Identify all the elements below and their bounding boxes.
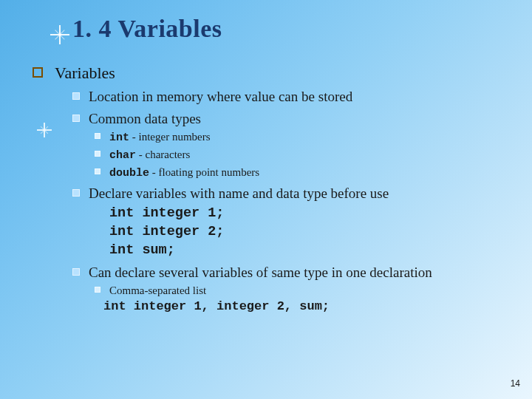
- list-item: Comma-separated list: [95, 283, 510, 299]
- code-line: int integer 1, integer 2, sum;: [103, 299, 510, 316]
- code-line: int integer 2;: [109, 223, 510, 242]
- code-desc: - floating point numbers: [149, 166, 259, 178]
- sub-bullet-text: Comma-separated list: [109, 284, 206, 296]
- square-bullet-icon: [95, 287, 100, 293]
- code-desc: - characters: [136, 149, 190, 160]
- section-heading-text: Variables: [55, 64, 115, 82]
- list-item: char - characters: [95, 147, 510, 163]
- code-block: int integer 1, integer 2, sum;: [103, 299, 510, 316]
- code-line: int sum;: [109, 242, 510, 260]
- list-item: double - floating point numbers: [95, 165, 510, 181]
- hollow-square-bullet-icon: [33, 67, 43, 78]
- code-line: int integer 1;: [109, 205, 510, 223]
- square-bullet-icon: [72, 189, 80, 197]
- bullet-text: Common data types: [89, 111, 201, 126]
- code-keyword: char: [109, 149, 136, 162]
- square-bullet-icon: [95, 168, 100, 174]
- code-keyword: int: [109, 132, 129, 144]
- square-bullet-icon: [95, 151, 100, 157]
- slide-content: 1. 4 Variables Variables Location in mem…: [0, 0, 532, 399]
- page-number: 14: [511, 378, 520, 389]
- code-desc: - integer numbers: [129, 131, 211, 143]
- code-keyword: double: [109, 167, 149, 180]
- slide-title: 1. 4 Variables: [72, 15, 510, 43]
- bullet-list-level2: int - integer numbers char - characters …: [95, 129, 510, 181]
- bullet-list-level2: Comma-separated list: [95, 283, 510, 299]
- list-item: Can declare several variables of same ty…: [72, 263, 510, 316]
- list-item: Declare variables with name and data typ…: [72, 184, 510, 260]
- bullet-text: Can declare several variables of same ty…: [89, 265, 432, 280]
- bullet-text: Location in memory where value can be st…: [89, 89, 352, 104]
- bullet-list-level1: Location in memory where value can be st…: [72, 87, 510, 316]
- square-bullet-icon: [72, 92, 80, 100]
- list-item: int - integer numbers: [95, 129, 510, 146]
- bullet-text: Declare variables with name and data typ…: [89, 185, 389, 201]
- list-item: Location in memory where value can be st…: [72, 87, 510, 106]
- list-item: Common data types int - integer numbers …: [72, 109, 510, 182]
- square-bullet-icon: [72, 115, 80, 122]
- section-heading: Variables: [33, 64, 510, 83]
- square-bullet-icon: [95, 133, 100, 139]
- square-bullet-icon: [72, 268, 80, 276]
- code-block: int integer 1; int integer 2; int sum;: [109, 205, 510, 260]
